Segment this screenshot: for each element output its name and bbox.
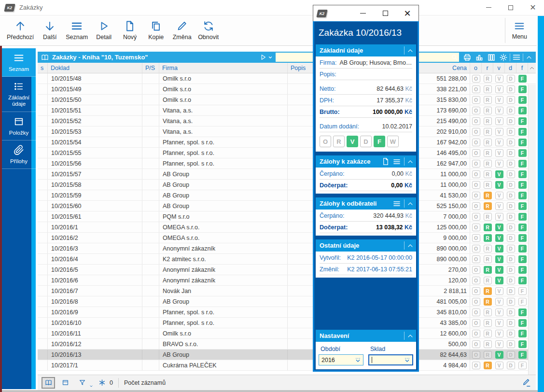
- minimize-button[interactable]: [477, 0, 500, 15]
- maximize-button[interactable]: [500, 0, 522, 15]
- status-badge-f: F: [518, 245, 527, 252]
- cell-firma: Novák Jan: [159, 286, 288, 296]
- filter-button[interactable]: [75, 377, 89, 389]
- container-view-button[interactable]: [58, 377, 72, 389]
- hamburger-icon[interactable]: [511, 53, 522, 61]
- table-row[interactable]: 10/2015/58AB Group11 000,00ORVDF: [38, 180, 536, 190]
- sidebar-item-seznam[interactable]: Seznam: [2, 48, 36, 77]
- table-row[interactable]: 10/2015/50Omilk s.r.o315 830,00ORVDF: [38, 95, 536, 105]
- warehouse-dropdown[interactable]: [368, 354, 413, 365]
- table-row[interactable]: 10/2015/53Vitana, a.s.202 910,00ORVDF: [38, 126, 536, 137]
- status-badge-o: O: [472, 107, 480, 114]
- close-button[interactable]: ✕: [522, 0, 544, 15]
- section-settings-header[interactable]: Nastavení: [316, 330, 416, 342]
- table-row[interactable]: 10/2015/56Pfanner, spol. s r.o.162 947,0…: [38, 158, 536, 169]
- toolbar-button-seznam[interactable]: Seznam: [63, 18, 91, 42]
- run-icon[interactable]: [259, 54, 267, 61]
- panel-maximize-button[interactable]: [374, 6, 396, 21]
- cell-flag-r: R: [482, 116, 493, 126]
- menu-button[interactable]: Menu: [505, 18, 534, 43]
- column-header-s[interactable]: s: [38, 63, 48, 73]
- status-badge-r: R: [484, 362, 492, 369]
- columns-icon[interactable]: [486, 53, 497, 62]
- sidebar-item-polo-ky[interactable]: Položky: [2, 112, 36, 140]
- toolbar-button-nový[interactable]: Nový: [117, 18, 143, 42]
- panel-close-button[interactable]: ✕: [396, 6, 418, 21]
- run-caret-icon[interactable]: [268, 55, 273, 60]
- table-row[interactable]: 10/2015/60AB Group525 150,00ORVDF: [38, 201, 536, 211]
- cell-flag-r: R: [482, 265, 493, 275]
- status-badge-o: O: [472, 362, 480, 369]
- table-row[interactable]: 10/2016/3Anonymní zákazník890 000,00ORVD…: [38, 243, 536, 254]
- status-badge-r: R: [484, 266, 492, 274]
- table-row[interactable]: 10/2016/13AB Group82 644,63ORVDF: [38, 350, 536, 360]
- table-row[interactable]: 10/2016/2OMEGA s.r.o.9 000,00ORVDF: [38, 233, 536, 243]
- table-body: 10/2015/48Omilk s.r.o551 288,00ORVDF10/2…: [38, 73, 536, 371]
- toolbar-button-předchozí[interactable]: Předchozí: [4, 18, 37, 42]
- book-view-button[interactable]: [42, 377, 55, 389]
- table-row[interactable]: 10/2015/57AB Group11 000,00ORVDF: [38, 169, 536, 180]
- section-other-header[interactable]: Ostatní údaje: [316, 239, 416, 252]
- chevron-up-icon[interactable]: [406, 158, 414, 165]
- gear-icon[interactable]: [498, 53, 509, 62]
- status-badge-v: V: [495, 149, 503, 157]
- star-filter-button[interactable]: [97, 377, 107, 389]
- table-row[interactable]: 10/2017/1Cukrárna PALEČEK4 984,40ORVDF: [38, 360, 536, 371]
- section-basic-header[interactable]: Základní údaje: [316, 44, 416, 56]
- document-icon[interactable]: [381, 157, 390, 166]
- table-row[interactable]: 10/2015/48Omilk s.r.o551 288,00ORVDF: [38, 73, 536, 84]
- cell-flag-o: O: [470, 180, 482, 190]
- printer-icon[interactable]: [462, 53, 473, 62]
- chevron-up-icon[interactable]: [406, 333, 414, 339]
- toolbar-button-kopie[interactable]: Kopie: [143, 18, 169, 42]
- column-header-v[interactable]: v: [493, 63, 505, 73]
- column-header-f[interactable]: f: [516, 63, 528, 73]
- period-dropdown[interactable]: 2016: [319, 354, 363, 365]
- table-row[interactable]: 10/2016/10Pfanner, spol. s r.o.43 385,00…: [38, 318, 536, 328]
- cell-flag-o: O: [470, 296, 482, 307]
- table-row[interactable]: 10/2015/55Pfanner, spol. s r.o.146 495,0…: [38, 148, 536, 158]
- cell-ps: [142, 243, 159, 253]
- vertical-scrollbar[interactable]: [528, 84, 536, 382]
- column-header-doklad[interactable]: Doklad: [48, 63, 142, 73]
- table-row[interactable]: 10/2016/7Novák Jan2 818,11ORVDF: [38, 286, 536, 296]
- table-row[interactable]: 10/2016/6Anonymní zákazník120,00ORVDF: [38, 275, 536, 286]
- chevron-up-icon[interactable]: [406, 242, 414, 249]
- table-row[interactable]: 10/2016/4K2 atmitec s.r.o.890 000,00ORVD…: [38, 254, 536, 265]
- panel-minimize-button[interactable]: [352, 6, 374, 21]
- column-header-p-s[interactable]: P/S: [142, 63, 159, 73]
- bar-chart-icon[interactable]: [474, 53, 485, 62]
- column-header-o[interactable]: o: [470, 63, 482, 73]
- section-advances-customer-header[interactable]: Zálohy k odběrateli: [316, 197, 416, 210]
- section-menu-icon[interactable]: [391, 158, 402, 166]
- section-menu-icon[interactable]: [391, 200, 402, 208]
- table-row[interactable]: 10/2016/8AB Group481 005,00ORVDF: [38, 296, 536, 307]
- column-header-firma[interactable]: Firma: [159, 63, 288, 73]
- toolbar-button-detail[interactable]: Detail: [91, 18, 117, 42]
- toolbar-button-další[interactable]: Další: [37, 18, 63, 42]
- table-row[interactable]: 10/2015/51Vitana, a.s.173 690,00ORVDF: [38, 105, 536, 116]
- edit-pencil-icon[interactable]: [521, 378, 532, 388]
- table-row[interactable]: 10/2016/5Anonymní zákazník270,00ORVDF: [38, 265, 536, 275]
- table-row[interactable]: 10/2016/12BRAVO s.r.o.500,00ORVDF: [38, 339, 536, 350]
- table-row[interactable]: 10/2016/11Omilk s.r.o12 600,00ORVDF: [38, 328, 536, 339]
- table-row[interactable]: 10/2016/1OMEGA s.r.o.125 000,00ORVDF: [38, 222, 536, 233]
- table-row[interactable]: 10/2016/9Pfanner, spol. s r.o.345 810,00…: [38, 307, 536, 318]
- chevron-up-icon[interactable]: [406, 47, 414, 54]
- table-row[interactable]: 10/2015/61PQM s.r.o7 000,00ORVDF: [38, 211, 536, 222]
- table-row[interactable]: 10/2015/49Omilk s.r.o338 221,00ORVDF: [38, 84, 536, 95]
- cell-flag-f: F: [516, 169, 528, 179]
- column-header-r[interactable]: r: [482, 63, 493, 73]
- table-row[interactable]: 10/2015/52Vitana, a.s.215 490,00ORVDF: [38, 116, 536, 126]
- section-advances-order-header[interactable]: Zálohy k zakázce: [316, 155, 416, 168]
- toolbar-button-změna[interactable]: Změna: [169, 18, 195, 42]
- table-row[interactable]: 10/2015/54Pfanner, spol. s r.o.167 942,0…: [38, 137, 536, 148]
- sidebar-item-p-lohy[interactable]: Přílohy: [2, 140, 36, 169]
- chevron-up-icon[interactable]: [406, 200, 414, 207]
- sidebar-item-z-kladn-daje[interactable]: Základní údaje: [2, 77, 36, 112]
- toolbar-button-obnovit[interactable]: Obnovit: [195, 18, 222, 42]
- table-row[interactable]: 10/2015/59AB Group41 530,00ORVDF: [38, 190, 536, 201]
- collapse-icon[interactable]: [524, 54, 534, 61]
- column-header-d[interactable]: d: [505, 63, 516, 73]
- scroll-up-arrow[interactable]: [528, 63, 536, 73]
